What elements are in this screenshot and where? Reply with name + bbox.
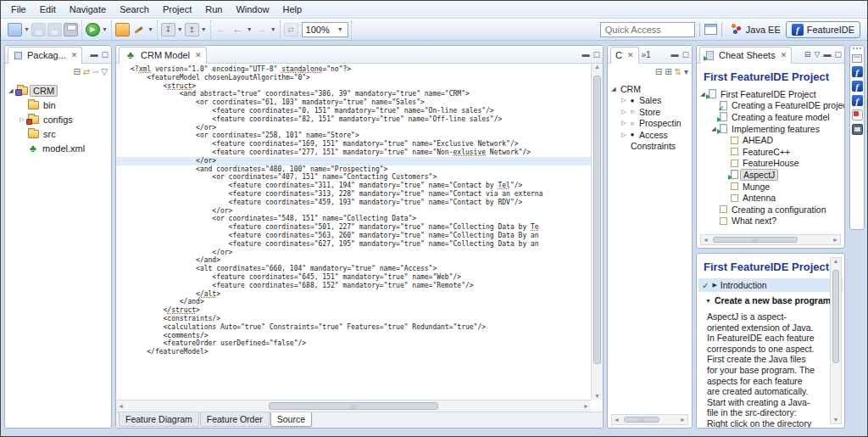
code-line[interactable]: </struct> <box>131 306 591 315</box>
code-line[interactable]: <comments/> <box>131 332 591 340</box>
close-icon[interactable]: ✕ <box>781 51 787 59</box>
code-line[interactable]: <and coordinates="480, 100" name="Prospe… <box>131 165 591 174</box>
next-annotation-icon[interactable]: ↧ <box>161 23 175 36</box>
featureide-view-icon[interactable]: f <box>852 95 863 106</box>
expand-arrow-icon[interactable]: ▷ <box>18 116 26 123</box>
minimize-icon[interactable]: ▬ <box>90 51 97 59</box>
save-icon[interactable] <box>31 23 46 36</box>
code-line[interactable]: </featureModel> <box>131 348 591 356</box>
feature-model-view-icon[interactable]: f <box>852 81 863 92</box>
cheat-sheet-item-antenna[interactable]: Antenna <box>697 192 844 204</box>
open-task-icon[interactable] <box>115 23 130 36</box>
collapse-all-icon[interactable]: ⊟ <box>804 51 811 59</box>
editor-horizontal-scrollbar[interactable]: ◄ ||| ► <box>116 400 591 412</box>
back-history-dropdown-icon[interactable]: ▼ <box>247 26 253 32</box>
scrollbar-thumb[interactable]: ||| <box>713 237 798 243</box>
print-icon[interactable] <box>64 23 78 36</box>
package-explorer-item-crm[interactable]: ◢CRM <box>5 83 111 98</box>
sync-icon[interactable]: ⇅ <box>675 67 682 76</box>
outline-item-crm[interactable]: ◢CRM <box>608 83 692 95</box>
cheat-sheet-item-featurehouse[interactable]: FeatureHouse <box>697 158 844 170</box>
code-line[interactable]: <calculations Auto="true" Constraints="t… <box>131 323 591 332</box>
outline-item-prospectin[interactable]: ▷○Prospectin <box>608 118 692 130</box>
page-tab-feature-order[interactable]: Feature Order <box>200 412 270 427</box>
code-line[interactable]: <feature coordinates="277, 151" mandator… <box>131 148 591 157</box>
scrollbar-thumb[interactable] <box>593 76 601 364</box>
code-line[interactable]: </or> <box>131 249 591 257</box>
code-line[interactable]: <feature coordinates="645, 151" mandator… <box>131 273 591 282</box>
collapse-arrow-icon[interactable]: ◢ <box>7 87 15 94</box>
brush-dropdown-icon[interactable]: ▼ <box>147 26 153 32</box>
forward-history-icon[interactable]: → <box>254 23 269 36</box>
code-line[interactable]: </and> <box>131 298 591 306</box>
forward-history-dropdown-icon[interactable]: ▼ <box>270 26 276 32</box>
code-line[interactable]: <?xml version="1.0" encoding="UTF-8" sta… <box>131 65 591 74</box>
menu-edit[interactable]: Edit <box>33 3 63 16</box>
code-line[interactable]: </or> <box>116 157 591 165</box>
cheat-sheet-item-what-next[interactable]: What next? <box>697 216 844 227</box>
maximize-icon[interactable]: ▢ <box>834 51 842 59</box>
code-line[interactable]: </or> <box>131 207 591 216</box>
menu-search[interactable]: Search <box>113 3 156 16</box>
code-line[interactable]: <feature coordinates="82, 151" mandatory… <box>131 115 591 124</box>
outline-item-sales[interactable]: ▷●Sales <box>608 95 692 107</box>
code-line[interactable]: <or coordinates="407, 151" name="Contact… <box>131 173 591 182</box>
cheat-sheet-item-creating-a-configuration[interactable]: Creating a configuration <box>697 204 844 216</box>
save-all-icon[interactable] <box>47 23 62 36</box>
minimize-icon[interactable]: ▬ <box>823 51 831 59</box>
collapse-arrow-icon[interactable]: ▼ <box>705 298 711 304</box>
run-dropdown-icon[interactable]: ▼ <box>102 26 108 32</box>
expand-arrow-icon[interactable]: ▷ <box>620 97 628 104</box>
open-perspective-icon[interactable] <box>704 24 717 35</box>
code-line[interactable]: <feature coordinates="169, 151" mandator… <box>131 140 591 148</box>
code-line[interactable]: <or coordinates="548, 151" name="Collect… <box>131 215 591 223</box>
outline-item-constraints[interactable]: Constraints <box>608 141 692 153</box>
zoom-level-combo[interactable]: 100% ▼ <box>302 22 348 37</box>
code-line[interactable]: <feature coordinates="459, 193" mandator… <box>131 199 591 207</box>
last-edit-icon[interactable]: ← <box>214 23 229 36</box>
cheat-sheet-item-implementing-features[interactable]: ◢Implementing features <box>697 123 844 135</box>
expand-all-icon[interactable]: ⊞ <box>665 67 671 76</box>
menu-run[interactable]: Run <box>198 3 229 16</box>
editor-tab-crm-model[interactable]: ♣ CRM Model ✕ <box>119 47 207 64</box>
code-line[interactable]: <feature coordinates="313, 228" mandator… <box>131 190 591 199</box>
code-line[interactable]: <featureOrder userDefined="false"/> <box>131 339 591 348</box>
cheat-vertical-scrollbar[interactable]: ▲ ▼ <box>830 257 842 424</box>
link-with-editor-icon[interactable]: ⇄ <box>83 67 90 76</box>
xml-source-editor[interactable]: <?xml version="1.0" encoding="UTF-8" sta… <box>116 64 591 400</box>
feature-model-edits-view-icon[interactable]: f <box>852 66 863 77</box>
minimize-icon[interactable]: ▬ <box>581 51 589 59</box>
expand-arrow-icon[interactable]: ▷ <box>620 132 628 138</box>
code-line[interactable]: <or coordinates="258, 101" name="Store"> <box>131 132 591 140</box>
maximize-icon[interactable]: ▢ <box>101 51 108 59</box>
editor-vertical-scrollbar[interactable]: ▲ ▼ <box>591 64 603 400</box>
previous-annotation-icon[interactable]: ↥ <box>185 23 199 36</box>
code-line[interactable]: </and> <box>131 256 591 265</box>
console-view-icon[interactable] <box>852 124 863 135</box>
cheat-sheet-item-creating-a-feature-model[interactable]: Creating a feature model <box>697 111 844 123</box>
new-dropdown-icon[interactable]: ▼ <box>24 26 30 32</box>
code-line[interactable]: <feature coordinates="627, 195" mandator… <box>131 240 591 249</box>
quick-access-input[interactable] <box>600 22 695 37</box>
outline-tab[interactable]: C ✕ <box>610 47 639 64</box>
code-line[interactable]: <or coordinates="61, 103" mandatory="tru… <box>131 98 591 107</box>
view-menu-dropdown-icon[interactable]: ▽ <box>815 51 821 59</box>
code-line[interactable]: <feature coordinates="311, 194" mandator… <box>131 182 591 190</box>
outline-item-access[interactable]: ▷●Access <box>608 129 692 141</box>
scrollbar-thumb[interactable]: ||| <box>269 402 438 410</box>
package-explorer-item-configs[interactable]: ▷configs <box>5 112 111 126</box>
code-line[interactable]: <alt coordinates="660, 104" mandatory="t… <box>131 265 591 273</box>
cheat-step-introduction[interactable]: ✓ ▶ Introduction <box>698 278 843 292</box>
next-annotation-dropdown-icon[interactable]: ▼ <box>177 26 183 32</box>
package-explorer-item-model-xml[interactable]: ♣model.xml <box>5 141 111 155</box>
collapse-all-icon[interactable]: ⊟ <box>655 67 662 76</box>
restore-view-icon[interactable] <box>852 54 862 63</box>
close-icon[interactable]: ✕ <box>195 51 202 59</box>
code-line[interactable]: <feature coordinates="0, 151" mandatory=… <box>131 107 591 115</box>
menu-help[interactable]: Help <box>276 3 309 16</box>
expand-arrow-icon[interactable]: ▶ <box>712 282 716 289</box>
run-icon[interactable]: ▶ <box>86 23 100 36</box>
cheat-sheet-item-aspectj[interactable]: AspectJ <box>697 169 844 181</box>
collaboration-diagram-view-icon[interactable] <box>852 109 863 120</box>
outline-horizontal-scrollbar[interactable]: ◄ ||| ► <box>611 414 688 425</box>
